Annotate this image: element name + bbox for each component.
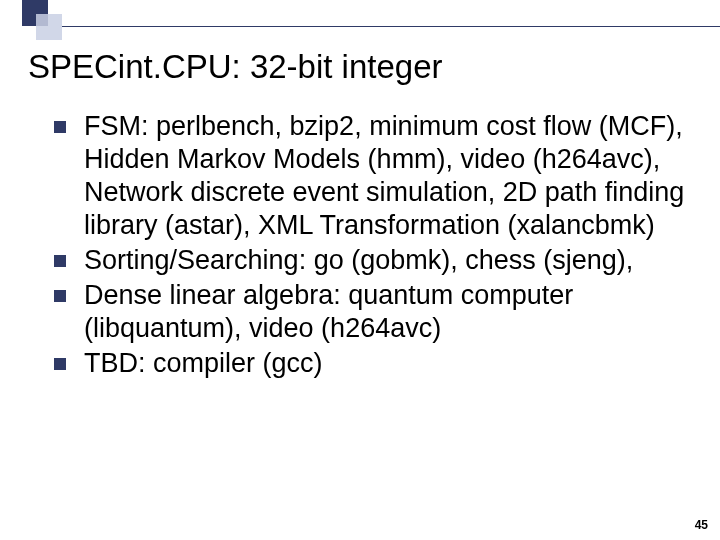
decor-square-light	[36, 14, 62, 40]
bullet-icon	[54, 358, 66, 370]
list-item-text: Dense linear algebra: quantum computer (…	[84, 279, 696, 345]
slide-title: SPECint.CPU: 32-bit integer	[28, 48, 696, 86]
bullet-list: FSM: perlbench, bzip2, minimum cost flow…	[54, 110, 696, 380]
decor-rule	[62, 26, 720, 27]
list-item: Dense linear algebra: quantum computer (…	[54, 279, 696, 345]
list-item-text: TBD: compiler (gcc)	[84, 347, 323, 380]
list-item: Sorting/Searching: go (gobmk), chess (sj…	[54, 244, 696, 277]
slide-content: SPECint.CPU: 32-bit integer FSM: perlben…	[28, 48, 696, 516]
header-decoration	[0, 0, 720, 34]
bullet-icon	[54, 255, 66, 267]
list-item-text: FSM: perlbench, bzip2, minimum cost flow…	[84, 110, 696, 242]
bullet-icon	[54, 290, 66, 302]
page-number: 45	[695, 518, 708, 532]
list-item: TBD: compiler (gcc)	[54, 347, 696, 380]
bullet-icon	[54, 121, 66, 133]
list-item-text: Sorting/Searching: go (gobmk), chess (sj…	[84, 244, 633, 277]
list-item: FSM: perlbench, bzip2, minimum cost flow…	[54, 110, 696, 242]
